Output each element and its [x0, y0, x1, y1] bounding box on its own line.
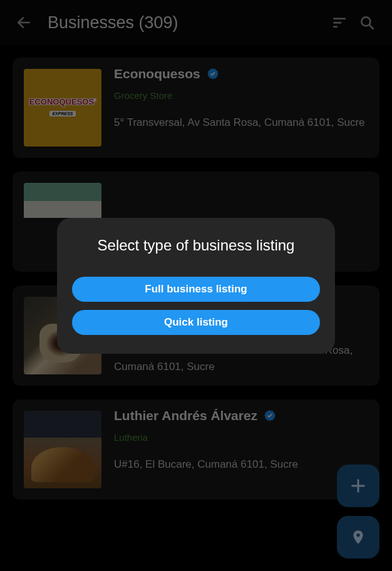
dialog-title: Select type of business listing	[98, 237, 295, 254]
listing-type-dialog: Select type of business listing Full bus…	[57, 218, 335, 354]
modal-overlay[interactable]: Select type of business listing Full bus…	[0, 0, 392, 571]
full-listing-button[interactable]: Full business listing	[72, 277, 320, 302]
quick-listing-button[interactable]: Quick listing	[72, 310, 320, 335]
